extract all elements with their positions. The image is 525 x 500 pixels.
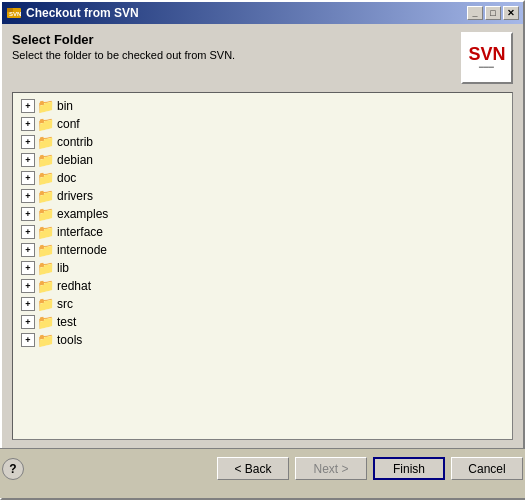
folder-label: debian bbox=[57, 153, 93, 167]
window-controls: _ □ ✕ bbox=[467, 6, 519, 20]
tree-item[interactable]: +📁conf bbox=[15, 115, 510, 133]
minimize-button[interactable]: _ bbox=[467, 6, 483, 20]
close-button[interactable]: ✕ bbox=[503, 6, 519, 20]
folder-icon: 📁 bbox=[37, 170, 54, 186]
folder-icon: 📁 bbox=[37, 332, 54, 348]
bottom-panel: ? < Back Next > Finish Cancel bbox=[0, 448, 525, 498]
tree-item[interactable]: +📁lib bbox=[15, 259, 510, 277]
expand-button[interactable]: + bbox=[21, 153, 35, 167]
title-bar-icon: SVN bbox=[6, 5, 22, 21]
cancel-button[interactable]: Cancel bbox=[451, 457, 523, 480]
expand-button[interactable]: + bbox=[21, 333, 35, 347]
header-section: Select Folder Select the folder to be ch… bbox=[12, 32, 513, 84]
expand-button[interactable]: + bbox=[21, 315, 35, 329]
tree-item[interactable]: +📁examples bbox=[15, 205, 510, 223]
folder-label: doc bbox=[57, 171, 76, 185]
folder-icon: 📁 bbox=[37, 188, 54, 204]
tree-item[interactable]: +📁drivers bbox=[15, 187, 510, 205]
svn-logo-text: SVN bbox=[468, 45, 505, 63]
header-text: Select Folder Select the folder to be ch… bbox=[12, 32, 461, 61]
folder-label: tools bbox=[57, 333, 82, 347]
expand-button[interactable]: + bbox=[21, 243, 35, 257]
tree-item[interactable]: +📁interface bbox=[15, 223, 510, 241]
svg-text:SVN: SVN bbox=[9, 11, 21, 17]
svn-logo-sub: ━━━ bbox=[468, 63, 505, 72]
folder-label: interface bbox=[57, 225, 103, 239]
next-button[interactable]: Next > bbox=[295, 457, 367, 480]
expand-button[interactable]: + bbox=[21, 189, 35, 203]
folder-label: drivers bbox=[57, 189, 93, 203]
folder-icon: 📁 bbox=[37, 134, 54, 150]
folder-icon: 📁 bbox=[37, 152, 54, 168]
folder-icon: 📁 bbox=[37, 260, 54, 276]
dialog-content: Select Folder Select the folder to be ch… bbox=[2, 24, 523, 444]
expand-button[interactable]: + bbox=[21, 207, 35, 221]
back-button[interactable]: < Back bbox=[217, 457, 289, 480]
folder-label: examples bbox=[57, 207, 108, 221]
tree-item[interactable]: +📁internode bbox=[15, 241, 510, 259]
button-row: ? < Back Next > Finish Cancel bbox=[0, 449, 525, 488]
folder-label: src bbox=[57, 297, 73, 311]
window-title: Checkout from SVN bbox=[26, 6, 467, 20]
tree-item[interactable]: +📁tools bbox=[15, 331, 510, 349]
folder-label: internode bbox=[57, 243, 107, 257]
tree-item[interactable]: +📁doc bbox=[15, 169, 510, 187]
folder-label: conf bbox=[57, 117, 80, 131]
expand-button[interactable]: + bbox=[21, 135, 35, 149]
folder-icon: 📁 bbox=[37, 206, 54, 222]
expand-button[interactable]: + bbox=[21, 225, 35, 239]
tree-item[interactable]: +📁src bbox=[15, 295, 510, 313]
header-subtitle: Select the folder to be checked out from… bbox=[12, 49, 461, 61]
maximize-button[interactable]: □ bbox=[485, 6, 501, 20]
folder-label: bin bbox=[57, 99, 73, 113]
expand-button[interactable]: + bbox=[21, 261, 35, 275]
expand-button[interactable]: + bbox=[21, 99, 35, 113]
expand-button[interactable]: + bbox=[21, 279, 35, 293]
folder-icon: 📁 bbox=[37, 278, 54, 294]
svn-logo: SVN ━━━ bbox=[461, 32, 513, 84]
tree-item[interactable]: +📁debian bbox=[15, 151, 510, 169]
folder-tree[interactable]: +📁bin+📁conf+📁contrib+📁debian+📁doc+📁drive… bbox=[12, 92, 513, 440]
help-button[interactable]: ? bbox=[2, 458, 24, 480]
expand-button[interactable]: + bbox=[21, 171, 35, 185]
folder-icon: 📁 bbox=[37, 314, 54, 330]
title-bar: SVN Checkout from SVN _ □ ✕ bbox=[2, 2, 523, 24]
folder-icon: 📁 bbox=[37, 296, 54, 312]
expand-button[interactable]: + bbox=[21, 297, 35, 311]
expand-button[interactable]: + bbox=[21, 117, 35, 131]
finish-button[interactable]: Finish bbox=[373, 457, 445, 480]
checkout-dialog: SVN Checkout from SVN _ □ ✕ Select Folde… bbox=[0, 0, 525, 500]
folder-label: contrib bbox=[57, 135, 93, 149]
tree-item[interactable]: +📁test bbox=[15, 313, 510, 331]
tree-item[interactable]: +📁redhat bbox=[15, 277, 510, 295]
folder-icon: 📁 bbox=[37, 116, 54, 132]
folder-label: test bbox=[57, 315, 76, 329]
folder-label: lib bbox=[57, 261, 69, 275]
folder-icon: 📁 bbox=[37, 242, 54, 258]
tree-item[interactable]: +📁bin bbox=[15, 97, 510, 115]
tree-item[interactable]: +📁contrib bbox=[15, 133, 510, 151]
folder-label: redhat bbox=[57, 279, 91, 293]
header-title: Select Folder bbox=[12, 32, 461, 47]
folder-icon: 📁 bbox=[37, 98, 54, 114]
folder-icon: 📁 bbox=[37, 224, 54, 240]
